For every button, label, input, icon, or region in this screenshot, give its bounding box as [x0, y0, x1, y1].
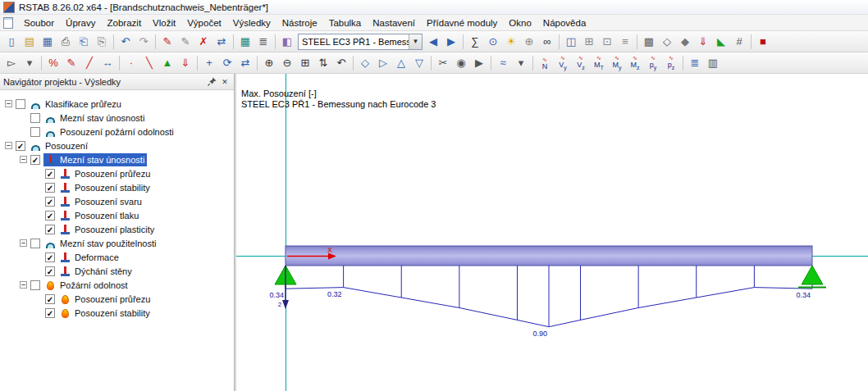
render-solid-icon[interactable]: ◆	[676, 33, 694, 51]
tree-checkbox[interactable]: ✓	[45, 225, 55, 234]
results-dropdown-icon[interactable]: ▾	[512, 54, 530, 72]
select-pointer-icon[interactable]: ▻	[2, 54, 21, 72]
moment-mz-button[interactable]: ∿Mz	[626, 54, 644, 72]
new-node-icon[interactable]: ∙	[122, 54, 140, 72]
tree-item-content[interactable]: Posouzení tlaku	[58, 209, 141, 222]
tree-item-mezni-stav-unosnosti[interactable]: −✓Mezní stav únosnosti	[0, 152, 234, 166]
tree-item-content[interactable]: Posouzení průřezu	[58, 167, 153, 180]
divide-member-icon[interactable]: ╱	[80, 54, 98, 72]
tree-item-posouzeni-prurezu[interactable]: ✓Posouzení průřezu	[0, 292, 234, 306]
result-values-icon[interactable]: ≣	[686, 54, 704, 72]
display-properties-icon[interactable]: ▩	[640, 33, 658, 51]
expander-icon[interactable]: −	[5, 142, 12, 149]
new-member-icon[interactable]: ╲	[140, 54, 158, 72]
tree-item-content[interactable]: Posouzení svaru	[58, 195, 144, 208]
menu-item-soubor[interactable]: Soubor	[18, 16, 60, 30]
tree-item-content[interactable]: Posouzení plasticity	[58, 223, 157, 236]
printout-report-icon[interactable]: ≣	[254, 33, 272, 51]
tables-icon[interactable]: ▦	[236, 33, 254, 51]
view-isometric-icon[interactable]: ◇	[356, 54, 374, 72]
tree-item-content[interactable]: Klasifikace průřezu	[29, 98, 124, 111]
load-py-button[interactable]: ∿py	[644, 54, 662, 72]
clipping-icon[interactable]: ✂	[434, 54, 452, 72]
view-in-y-icon[interactable]: △	[392, 54, 410, 72]
new-view-icon[interactable]: ◫	[562, 33, 580, 51]
new-model-icon[interactable]: ▯	[2, 33, 21, 51]
expander-icon[interactable]: −	[5, 100, 12, 107]
check-model-icon[interactable]: ⊙	[484, 33, 502, 51]
tree-item-posouzeni-prurezu[interactable]: ✓Posouzení průřezu	[0, 166, 234, 180]
tree-item-posouzeni-stability[interactable]: ✓Posouzení stability	[0, 180, 234, 194]
stop-calculation-icon[interactable]: ■	[754, 33, 772, 51]
paste-icon[interactable]: ⎘	[93, 33, 111, 51]
tree-item-posouzeni[interactable]: −✓Posouzení	[0, 139, 234, 152]
tree-item-mezni-stav-pouzitelnosti[interactable]: −Mezní stav použitelnosti	[0, 236, 234, 250]
new-support-icon[interactable]: ▲	[158, 54, 176, 72]
tree-item-deformace[interactable]: ✓Deformace	[0, 250, 234, 264]
tree-checkbox[interactable]: ✓	[45, 294, 55, 304]
tree-item-pozarni-odolnost[interactable]: −Požární odolnost	[0, 278, 234, 292]
render-wireframe-icon[interactable]: ◇	[658, 33, 676, 51]
show-loads-icon[interactable]: ⇓	[694, 33, 712, 51]
tree-checkbox[interactable]	[30, 127, 40, 137]
new-load-icon[interactable]: ⇓	[176, 54, 194, 72]
edit-pen-icon[interactable]: ✎	[158, 33, 176, 51]
guidelines-icon[interactable]: ≡	[616, 33, 634, 51]
previous-case-icon[interactable]: ◀	[424, 33, 442, 51]
next-case-icon[interactable]: ▶	[442, 33, 460, 51]
edit-gray-pen-icon[interactable]: ✎	[176, 33, 194, 51]
tree-item-posouzeni-svaru[interactable]: ✓Posouzení svaru	[0, 194, 234, 208]
print-icon[interactable]: ⎙	[57, 33, 75, 51]
tree-checkbox[interactable]: ✓	[45, 266, 55, 276]
save-model-icon[interactable]: ▦	[39, 33, 57, 51]
combo-dropdown-icon[interactable]: ▼	[409, 34, 422, 49]
tree-item-klasifikace-prurezu[interactable]: −Klasifikace průřezu	[0, 97, 234, 111]
tree-item-selected[interactable]: Mezní stav únosnosti	[43, 153, 147, 166]
expander-icon[interactable]: −	[20, 281, 27, 289]
menu-item-vysledky[interactable]: Výsledky	[227, 16, 276, 30]
calculation-icon[interactable]: ∑	[466, 33, 484, 51]
beam-member[interactable]	[286, 246, 812, 266]
tree-checkbox[interactable]: ✓	[45, 211, 55, 221]
tree-checkbox[interactable]: ✓	[45, 197, 55, 207]
redo-icon[interactable]: ↷	[135, 33, 153, 51]
show-supports-icon[interactable]: ◣	[712, 33, 730, 51]
extend-member-icon[interactable]: ↔	[98, 54, 116, 72]
tree-item-posouzeni-plasticity[interactable]: ✓Posouzení plasticity	[0, 222, 234, 236]
copy-icon[interactable]: ⎗	[75, 33, 93, 51]
menu-item-zobrazit[interactable]: Zobrazit	[102, 16, 148, 30]
tree-checkbox[interactable]: ✓	[45, 169, 55, 179]
pan-view-icon[interactable]: ⇅	[314, 54, 332, 72]
show-numbering-icon[interactable]: #	[730, 33, 748, 51]
design-case-icon[interactable]: ◧	[278, 33, 296, 51]
tree-item-content[interactable]: Posouzení	[29, 139, 90, 152]
rotate-icon[interactable]: ⟳	[218, 54, 236, 72]
expander-icon[interactable]: −	[20, 239, 27, 247]
tree-checkbox[interactable]	[16, 99, 25, 109]
view-in-x-icon[interactable]: ▷	[374, 54, 392, 72]
close-icon[interactable]: ✕	[219, 76, 231, 88]
edit-percent-icon[interactable]: %	[44, 54, 62, 72]
select-dropdown-icon[interactable]: ▾	[21, 54, 39, 72]
generator-sun-icon[interactable]: ☀	[502, 33, 520, 51]
tree-checkbox[interactable]	[30, 113, 40, 123]
support-right[interactable]	[802, 266, 823, 284]
tree-item-posouzeni-tlaku[interactable]: ✓Posouzení tlaku	[0, 208, 234, 222]
tree-item-content[interactable]: Mezní stav použitelnosti	[43, 237, 158, 250]
move-icon[interactable]: +	[200, 54, 218, 72]
snap-icon[interactable]: ⊡	[598, 33, 616, 51]
zoom-in-icon[interactable]: ⊕	[260, 54, 278, 72]
drawing-canvas[interactable]: Max. Posouzení [-] STEEL EC3 PŘ1 - Bemes…	[236, 74, 868, 391]
tree-checkbox[interactable]	[30, 280, 40, 290]
grid-icon[interactable]: ⊞	[580, 33, 598, 51]
tree-item-content[interactable]: Požární odolnost	[43, 279, 130, 292]
shear-force-vz-button[interactable]: ∿Vz	[572, 54, 590, 72]
tree-checkbox[interactable]: ✓	[45, 252, 55, 262]
tree-checkbox[interactable]	[30, 239, 40, 248]
undo-icon[interactable]: ↶	[116, 33, 135, 51]
tree-checkbox[interactable]: ✓	[45, 183, 55, 193]
menu-item-pridavne-moduly[interactable]: Přídavné moduly	[421, 16, 503, 30]
tree-checkbox[interactable]: ✓	[16, 141, 25, 151]
menu-item-okno[interactable]: Okno	[503, 16, 537, 30]
menu-item-upravy[interactable]: Úpravy	[60, 16, 101, 30]
